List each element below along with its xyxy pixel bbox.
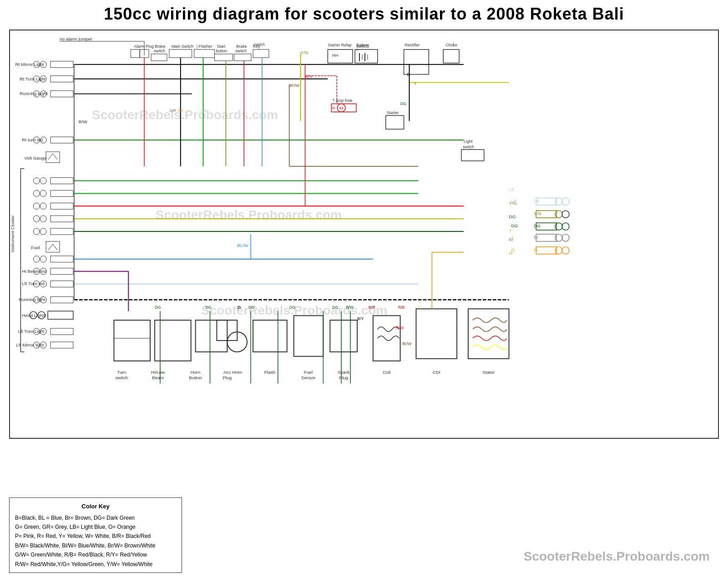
svg-rect-12 bbox=[194, 50, 215, 58]
svg-text:switch: switch bbox=[154, 49, 165, 53]
svg-text:Stator: Stator bbox=[483, 370, 495, 375]
svg-text:Rt Mirror Light: Rt Mirror Light bbox=[15, 62, 44, 67]
svg-rect-10 bbox=[169, 50, 192, 58]
svg-point-148 bbox=[562, 234, 569, 241]
svg-rect-126 bbox=[330, 320, 357, 352]
svg-text:B/R: B/R bbox=[369, 305, 375, 310]
svg-point-153 bbox=[562, 247, 569, 254]
svg-text:B/Y: B/Y bbox=[357, 316, 364, 321]
svg-rect-95 bbox=[51, 281, 73, 287]
svg-text:Y/G: Y/G bbox=[509, 201, 517, 206]
svg-text:Running light: Running light bbox=[19, 297, 45, 302]
svg-rect-8 bbox=[151, 54, 167, 61]
wiring-svg: no alarm jumper Alarm Plug Brake switch … bbox=[10, 30, 718, 438]
svg-text:BL/W: BL/W bbox=[237, 243, 248, 248]
svg-text:Hi Beam ind: Hi Beam ind bbox=[22, 269, 46, 274]
svg-text:DG: DG bbox=[509, 214, 516, 219]
svg-rect-15 bbox=[214, 54, 233, 61]
svg-text:DG: DG bbox=[248, 305, 254, 310]
svg-rect-25 bbox=[328, 50, 353, 63]
svg-text:R/B: R/B bbox=[398, 305, 405, 310]
svg-point-82 bbox=[33, 216, 40, 222]
color-key-entry-3: B/W= Black/White, Bl/W= Blue/White, Br/W… bbox=[15, 541, 176, 550]
svg-rect-46 bbox=[386, 115, 404, 129]
svg-text:LB: LB bbox=[201, 108, 207, 113]
svg-point-72 bbox=[40, 178, 46, 184]
svg-rect-128 bbox=[416, 309, 457, 359]
svg-text:switch: switch bbox=[253, 42, 265, 47]
svg-text:Lft Mirror light: Lft Mirror light bbox=[16, 342, 44, 347]
svg-rect-119 bbox=[114, 320, 150, 361]
svg-rect-65 bbox=[51, 137, 73, 143]
svg-text:Rectifier: Rectifier bbox=[405, 43, 420, 47]
bottom-watermark: ScooterRebels.Proboards.com bbox=[524, 549, 710, 564]
svg-text:7 amp fuse: 7 amp fuse bbox=[332, 98, 352, 103]
svg-point-143 bbox=[562, 223, 569, 230]
svg-text:DG: DG bbox=[534, 223, 541, 228]
svg-text:DG: DG bbox=[289, 305, 295, 310]
svg-rect-99 bbox=[51, 296, 73, 303]
svg-text:Head Lights: Head Lights bbox=[22, 313, 46, 318]
svg-text:Starter: Starter bbox=[387, 110, 399, 115]
svg-point-79 bbox=[33, 203, 40, 209]
svg-text:Plug: Plug bbox=[339, 375, 348, 380]
svg-text:B/W: B/W bbox=[79, 119, 87, 124]
svg-rect-57 bbox=[51, 76, 73, 82]
svg-text:DG: DG bbox=[511, 223, 518, 228]
svg-text:DG: DG bbox=[206, 305, 212, 310]
svg-text:Start: Start bbox=[217, 44, 225, 49]
svg-text:Spark: Spark bbox=[338, 370, 349, 375]
svg-point-85 bbox=[33, 228, 40, 235]
svg-text:Brake: Brake bbox=[155, 44, 165, 49]
color-key-box: Color Key B=Black, BL = Blue, Br= Brown,… bbox=[9, 497, 182, 573]
color-key-entry-0: B=Black, BL = Blue, Br= Brown, DG= Dark … bbox=[15, 513, 176, 522]
svg-text:Starter Relay: Starter Relay bbox=[328, 43, 352, 47]
svg-rect-51 bbox=[461, 150, 484, 161]
svg-text:Running Light: Running Light bbox=[20, 91, 48, 96]
svg-rect-20 bbox=[253, 50, 269, 58]
svg-rect-37 bbox=[443, 50, 459, 63]
svg-rect-120 bbox=[114, 338, 150, 361]
svg-text:Main Switch: Main Switch bbox=[172, 44, 193, 49]
svg-text:GR: GR bbox=[169, 108, 176, 113]
svg-text:Horn: Horn bbox=[232, 370, 242, 375]
svg-text:Acc: Acc bbox=[223, 370, 231, 375]
svg-text:DG: DG bbox=[400, 101, 406, 106]
svg-point-73 bbox=[33, 178, 40, 184]
svg-point-78 bbox=[40, 203, 46, 209]
svg-text:Horn: Horn bbox=[191, 370, 201, 375]
wiring-diagram: ScooterRebels.Proboards.com ScooterRebel… bbox=[9, 30, 719, 439]
svg-rect-127 bbox=[373, 316, 400, 361]
svg-rect-80 bbox=[51, 216, 73, 222]
svg-text:Y: Y bbox=[418, 305, 421, 310]
svg-text:Beam: Beam bbox=[152, 375, 164, 380]
svg-text:Alarm Plug: Alarm Plug bbox=[134, 44, 154, 49]
svg-text:DG: DG bbox=[332, 305, 338, 310]
svg-text:/O: /O bbox=[178, 108, 183, 113]
svg-text:Sensor: Sensor bbox=[301, 375, 316, 380]
svg-text:Choke: Choke bbox=[445, 43, 457, 47]
svg-text:B/W: B/W bbox=[346, 305, 354, 310]
svg-text:Brake: Brake bbox=[236, 44, 247, 49]
svg-rect-151 bbox=[536, 247, 556, 254]
svg-text:Lft Turn Light: Lft Turn Light bbox=[18, 329, 44, 334]
svg-rect-18 bbox=[234, 54, 251, 61]
color-key-title: Color Key bbox=[15, 502, 176, 512]
svg-rect-107 bbox=[51, 328, 73, 335]
svg-rect-91 bbox=[51, 268, 73, 275]
color-key-entry-2: P= Pink, R= Red, Y= Yellow, W= White, B/… bbox=[15, 532, 176, 541]
svg-rect-122 bbox=[196, 320, 228, 352]
svg-point-75 bbox=[40, 190, 46, 196]
svg-text:| Flasher: | Flasher bbox=[197, 44, 212, 49]
svg-rect-124 bbox=[253, 320, 287, 352]
svg-text:Light: Light bbox=[464, 139, 473, 144]
svg-text:switch: switch bbox=[116, 375, 128, 380]
svg-text:Coil: Coil bbox=[383, 370, 390, 375]
svg-rect-35 bbox=[404, 50, 429, 75]
svg-text:switch: switch bbox=[235, 49, 247, 53]
svg-rect-71 bbox=[51, 178, 73, 184]
svg-point-138 bbox=[562, 211, 569, 218]
color-key-entry-4: G/W= Green/White, R/B= Red/Black, R/Y= R… bbox=[15, 550, 176, 559]
svg-text:Plug: Plug bbox=[222, 375, 232, 380]
svg-text:Battery: Battery bbox=[356, 43, 369, 47]
